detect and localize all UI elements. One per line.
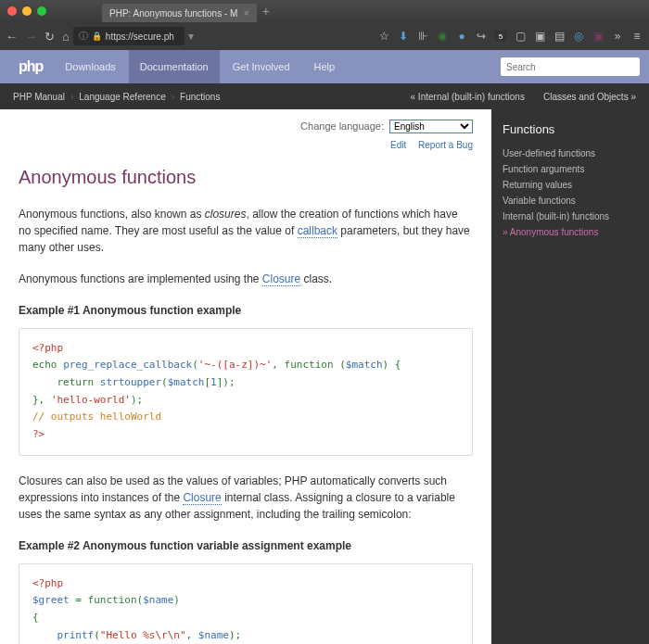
nav-help[interactable]: Help xyxy=(303,50,347,83)
ext-icon-4[interactable]: 5 xyxy=(494,31,507,42)
sidebar-heading: Functions xyxy=(503,122,638,136)
breadcrumb: PHP Manual› Language Reference› Function… xyxy=(13,92,220,102)
sidebar: Functions User-defined functions Functio… xyxy=(491,109,649,644)
nav-documentation[interactable]: Documentation xyxy=(129,50,220,83)
nav-get-involved[interactable]: Get Involved xyxy=(222,50,301,83)
ext-icon-3[interactable]: ↪ xyxy=(475,30,488,43)
maximize-window-button[interactable] xyxy=(37,6,46,16)
prev-link[interactable]: « Internal (built-in) functions xyxy=(411,92,525,102)
closure-link-1[interactable]: Closure xyxy=(262,272,300,286)
home-button[interactable]: ⌂ xyxy=(62,30,70,44)
intro-paragraph: Anonymous functions, also known as closu… xyxy=(19,206,473,256)
next-link[interactable]: Classes and Objects » xyxy=(543,92,636,102)
sidebar-item-function-args[interactable]: Function arguments xyxy=(503,161,638,177)
download-icon[interactable]: ⬇ xyxy=(397,30,410,43)
ext-icon-7[interactable]: ▤ xyxy=(553,30,566,43)
report-bug-link[interactable]: Report a Bug xyxy=(418,140,473,150)
sidebar-item-returning[interactable]: Returning values xyxy=(503,177,638,193)
nav-buttons: ← → ↻ ⌂ xyxy=(6,30,70,44)
titlebar: PHP: Anonymous functions - M × + xyxy=(0,0,649,22)
ext-icon-5[interactable]: ▢ xyxy=(514,30,527,43)
code-example-2: <?php $greet = function($name) { printf(… xyxy=(19,563,473,644)
ext-icon-2[interactable]: ● xyxy=(455,30,468,43)
star-icon[interactable]: ☆ xyxy=(377,30,390,43)
address-bar[interactable]: ⓘ 🔒 https://secure.ph xyxy=(73,27,185,45)
code-example-1: <?php echo preg_replace_callback('~-([a-… xyxy=(19,328,473,456)
bc-functions[interactable]: Functions xyxy=(180,92,220,102)
language-selector-row: Change language: English xyxy=(19,119,473,134)
bc-php-manual[interactable]: PHP Manual xyxy=(13,92,65,102)
sidebar-item-user-defined[interactable]: User-defined functions xyxy=(503,145,638,161)
bc-lang-ref[interactable]: Language Reference xyxy=(79,92,165,102)
ext-icon-9[interactable]: ▣ xyxy=(592,30,604,43)
overflow-icon[interactable]: » xyxy=(611,30,624,43)
tab-close-icon[interactable]: × xyxy=(243,7,248,19)
edit-row: Edit Report a Bug xyxy=(19,138,473,152)
edit-link[interactable]: Edit xyxy=(390,140,406,150)
sidebar-item-variable-fn[interactable]: Variable functions xyxy=(503,193,638,208)
page-title: Anonymous functions xyxy=(19,163,473,191)
library-icon[interactable]: ⊪ xyxy=(416,30,429,43)
minimize-window-button[interactable] xyxy=(22,6,32,16)
ext-icon-6[interactable]: ▣ xyxy=(533,30,546,43)
language-select[interactable]: English xyxy=(389,120,473,133)
traffic-lights xyxy=(7,6,46,16)
url-text: https://secure.ph xyxy=(106,32,174,42)
callback-link[interactable]: callback xyxy=(298,224,337,238)
sidebar-item-internal-fn[interactable]: Internal (built-in) functions xyxy=(503,208,638,224)
closures-vars-paragraph: Closures can also be used as the values … xyxy=(19,473,473,523)
ext-icon-1[interactable]: ◉ xyxy=(436,30,449,43)
browser-tab[interactable]: PHP: Anonymous functions - M × xyxy=(102,4,257,22)
dropdown-icon[interactable]: ▾ xyxy=(188,30,194,43)
site-search xyxy=(501,57,640,76)
site-nav: php Downloads Documentation Get Involved… xyxy=(0,50,649,83)
lock-icon: 🔒 xyxy=(92,32,102,41)
closure-link-2[interactable]: Closure xyxy=(183,491,221,505)
forward-button[interactable]: → xyxy=(25,30,37,44)
url-toolbar: ← → ↻ ⌂ ⓘ 🔒 https://secure.ph ▾ ☆ ⬇ ⊪ ◉ … xyxy=(0,22,649,50)
tab-title: PHP: Anonymous functions - M xyxy=(109,8,237,19)
search-input[interactable] xyxy=(501,57,640,76)
new-tab-button[interactable]: + xyxy=(262,4,270,19)
menu-icon[interactable]: ≡ xyxy=(630,30,643,43)
example-1-title: Example #1 Anonymous function example xyxy=(19,302,473,319)
content-area: Change language: English Edit Report a B… xyxy=(0,109,649,644)
example-2-title: Example #2 Anonymous function variable a… xyxy=(19,537,473,554)
main-content: Change language: English Edit Report a B… xyxy=(0,109,491,644)
back-button[interactable]: ← xyxy=(6,30,18,44)
toolbar-icons: ☆ ⬇ ⊪ ◉ ● ↪ 5 ▢ ▣ ▤ ◎ ▣ » ≡ xyxy=(377,30,643,43)
closures-term: closures xyxy=(205,208,247,221)
closure-paragraph: Anonymous functions are implemented usin… xyxy=(19,271,473,287)
reload-button[interactable]: ↻ xyxy=(45,30,55,44)
sidebar-list: User-defined functions Function argument… xyxy=(503,145,638,240)
nav-downloads[interactable]: Downloads xyxy=(54,50,126,83)
sidebar-item-anonymous-fn[interactable]: Anonymous functions xyxy=(503,224,638,240)
close-window-button[interactable] xyxy=(7,6,17,16)
info-icon: ⓘ xyxy=(79,30,88,43)
ext-icon-8[interactable]: ◎ xyxy=(572,30,585,43)
browser-window: PHP: Anonymous functions - M × + ← → ↻ ⌂… xyxy=(0,0,649,644)
breadcrumb-bar: PHP Manual› Language Reference› Function… xyxy=(0,83,649,109)
change-lang-label: Change language: xyxy=(300,119,384,134)
php-logo[interactable]: php xyxy=(9,58,52,75)
